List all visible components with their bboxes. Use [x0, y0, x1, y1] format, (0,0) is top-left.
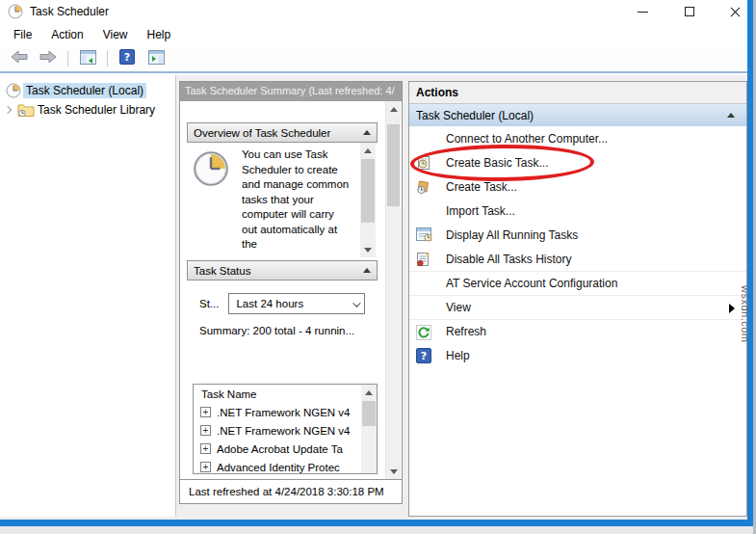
clock-icon [193, 150, 229, 191]
task-status-section-header[interactable]: Task Status [187, 260, 378, 280]
scroll-up-icon[interactable] [386, 101, 401, 117]
action-item-label: Display All Running Tasks [446, 228, 578, 242]
action-item-label: AT Service Account Configuration [446, 277, 617, 290]
action-item-label: Connect to Another Computer... [446, 132, 608, 146]
scrollbar-thumb[interactable] [362, 401, 376, 426]
actions-group-header[interactable]: Task Scheduler (Local) [409, 104, 746, 126]
forward-arrow-icon [39, 49, 57, 68]
scroll-down-icon[interactable] [360, 242, 376, 257]
display-running-tasks-icon [416, 227, 433, 243]
task-list-header[interactable]: Task Name [194, 385, 377, 403]
overview-scrollbar[interactable] [360, 143, 376, 257]
overview-section-header[interactable]: Overview of Task Scheduler [187, 122, 378, 143]
svg-text:?: ? [421, 350, 427, 362]
task-list-row[interactable]: +.NET Framework NGEN v4 [194, 403, 377, 421]
summary-panel: Task Scheduler Summary (Last refreshed: … [179, 81, 403, 504]
window-title: Task Scheduler [30, 5, 109, 18]
maximize-icon [685, 7, 694, 16]
scrollbar-thumb[interactable] [387, 124, 400, 206]
actions-group-title: Task Scheduler (Local) [416, 105, 534, 126]
collapse-icon [363, 268, 371, 273]
expand-plus-icon[interactable]: + [200, 425, 211, 436]
action-item-label: View [446, 301, 471, 314]
minimize-button[interactable] [628, 0, 657, 23]
close-button[interactable] [720, 0, 749, 23]
disable-tasks-history-icon [416, 251, 433, 267]
task-status-section-title: Task Status [194, 265, 250, 277]
status-label: St... [199, 298, 219, 309]
menu-bar: FileActionViewHelp [0, 23, 747, 46]
action-item-create-basic-task[interactable]: Create Basic Task... [409, 150, 746, 174]
menu-item-help[interactable]: Help [138, 25, 181, 44]
maximize-button[interactable] [675, 0, 704, 23]
action-item-view[interactable]: View [409, 295, 746, 319]
task-name-label: Adobe Acrobat Update Ta [217, 443, 343, 455]
scroll-down-icon[interactable] [386, 464, 401, 479]
task-list-scrollbar[interactable] [361, 385, 377, 474]
summary-panel-body: Overview of Task Scheduler You can use T… [180, 101, 402, 479]
forward-button[interactable] [37, 48, 60, 69]
show-console-tree-button[interactable] [76, 48, 99, 69]
period-dropdown-value: Last 24 hours [236, 298, 303, 309]
actions-panel: Actions Task Scheduler (Local) Connect t… [408, 81, 747, 517]
actions-panel-title: Actions [409, 82, 746, 104]
minimize-icon [638, 12, 648, 13]
menu-item-file[interactable]: File [4, 25, 41, 44]
back-arrow-icon [11, 49, 28, 68]
action-item-label: Import Task... [446, 204, 515, 218]
action-item-refresh[interactable]: Refresh [409, 319, 746, 343]
action-item-help[interactable]: ?Help [409, 343, 746, 367]
action-item-at-service-account-configuration[interactable]: AT Service Account Configuration [409, 271, 746, 295]
task-name-label: Advanced Identity Protec [217, 462, 340, 473]
page-background-strip [0, 526, 753, 534]
toolbar-separator [107, 51, 108, 67]
action-item-create-task[interactable]: Create Task... [409, 174, 746, 199]
menu-item-view[interactable]: View [93, 25, 138, 44]
task-scheduler-app-icon [8, 4, 23, 19]
expand-plus-icon[interactable]: + [200, 443, 211, 454]
task-list-row[interactable]: +Adobe Acrobat Update Ta [194, 440, 377, 458]
chevron-slot[interactable] [0, 107, 17, 113]
sidebar-item-task-scheduler-local[interactable]: Task Scheduler (Local) [0, 81, 175, 100]
scroll-up-icon[interactable] [360, 143, 376, 158]
scrollbar-thumb[interactable] [361, 159, 375, 223]
help-button[interactable]: ? [116, 48, 139, 69]
action-item-connect-to-another-computer[interactable]: Connect to Another Computer... [409, 126, 746, 150]
action-item-disable-all-tasks-history[interactable]: Disable All Tasks History [409, 247, 746, 271]
period-dropdown[interactable]: Last 24 hours [228, 293, 365, 314]
action-item-label: Disable All Tasks History [446, 253, 572, 266]
svg-text:?: ? [124, 51, 130, 64]
collapse-icon [363, 130, 371, 135]
last-refreshed-statusbar: Last refreshed at 4/24/2018 3:30:18 PM [180, 479, 402, 503]
task-list: Task Name +.NET Framework NGEN v4+.NET F… [193, 384, 378, 474]
folder-clock-icon [17, 102, 35, 118]
back-button[interactable] [8, 48, 31, 69]
action-item-label: Help [446, 349, 470, 362]
clock-icon [6, 83, 23, 98]
toolbar: ? [0, 46, 747, 73]
task-list-row[interactable]: +.NET Framework NGEN v4 [194, 421, 377, 440]
action-item-import-task[interactable]: Import Task... [409, 199, 746, 223]
sidebar-item-task-scheduler-library[interactable]: Task Scheduler Library [0, 100, 175, 120]
task-summary-line: Summary: 200 total - 4 runnin... [199, 325, 354, 336]
scroll-up-icon[interactable] [361, 385, 377, 400]
menu-item-action[interactable]: Action [41, 25, 92, 44]
help-icon: ? [119, 49, 135, 68]
action-item-display-all-running-tasks[interactable]: Display All Running Tasks [409, 223, 746, 247]
refresh-icon [416, 324, 433, 340]
expand-plus-icon[interactable]: + [200, 407, 211, 417]
task-name-label: .NET Framework NGEN v4 [217, 425, 350, 437]
console-tree-panel: Task Scheduler (Local)Task Scheduler Lib… [0, 75, 176, 517]
task-list-row[interactable]: +Advanced Identity Protec [194, 458, 377, 474]
action-item-label: Create Basic Task... [446, 156, 549, 170]
summary-scrollbar[interactable] [385, 101, 401, 479]
show-action-pane-button[interactable] [144, 48, 168, 69]
expand-plus-icon[interactable]: + [200, 462, 211, 472]
chevron-down-icon [353, 299, 361, 307]
collapse-icon [727, 113, 735, 118]
create-basic-task-icon [416, 154, 433, 171]
tree-item-label: Task Scheduler (Local) [23, 83, 146, 98]
action-item-label: Create Task... [446, 180, 517, 194]
submenu-arrow-icon [729, 304, 735, 313]
overview-text: You can use Task Scheduler to create and… [242, 147, 351, 255]
